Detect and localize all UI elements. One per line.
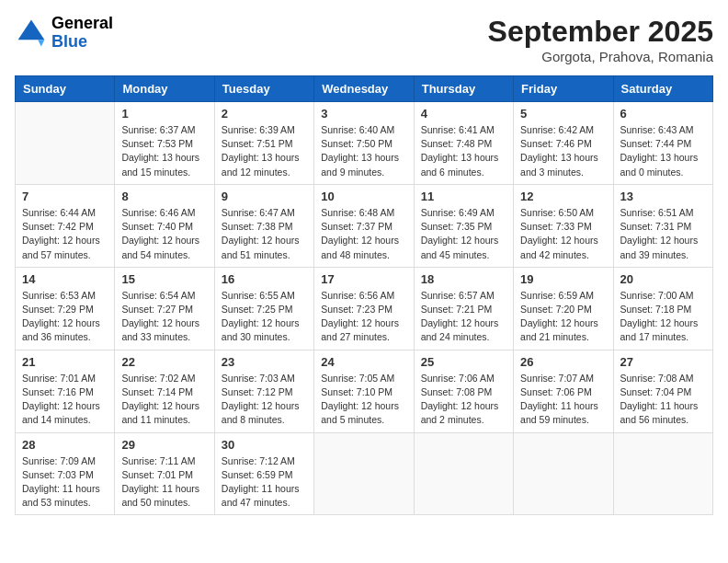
calendar-cell: 8Sunrise: 6:46 AM Sunset: 7:40 PM Daylig… [115, 184, 214, 267]
day-info: Sunrise: 6:49 AM Sunset: 7:35 PM Dayligh… [421, 206, 506, 262]
weekday-header-sunday: Sunday [16, 76, 115, 102]
calendar-table: SundayMondayTuesdayWednesdayThursdayFrid… [15, 75, 713, 515]
day-number: 11 [421, 190, 506, 203]
month-title: September 2025 [488, 15, 713, 49]
day-info: Sunrise: 6:44 AM Sunset: 7:42 PM Dayligh… [22, 206, 108, 262]
day-number: 9 [222, 190, 307, 203]
calendar-cell: 10Sunrise: 6:48 AM Sunset: 7:37 PM Dayli… [314, 184, 414, 267]
calendar-cell: 20Sunrise: 7:00 AM Sunset: 7:18 PM Dayli… [613, 267, 712, 350]
calendar-cell: 15Sunrise: 6:54 AM Sunset: 7:27 PM Dayli… [115, 267, 214, 350]
day-number: 17 [321, 272, 406, 286]
day-info: Sunrise: 6:43 AM Sunset: 7:44 PM Dayligh… [620, 123, 706, 179]
calendar-cell: 28Sunrise: 7:09 AM Sunset: 7:03 PM Dayli… [16, 432, 115, 515]
calendar-week-row: 28Sunrise: 7:09 AM Sunset: 7:03 PM Dayli… [16, 432, 713, 515]
weekday-header-monday: Monday [115, 76, 214, 102]
day-info: Sunrise: 6:37 AM Sunset: 7:53 PM Dayligh… [121, 123, 207, 179]
day-info: Sunrise: 6:54 AM Sunset: 7:27 PM Dayligh… [121, 289, 207, 345]
day-number: 12 [520, 190, 606, 203]
day-number: 24 [321, 355, 406, 369]
day-info: Sunrise: 6:40 AM Sunset: 7:50 PM Dayligh… [321, 123, 406, 179]
day-number: 5 [520, 107, 606, 121]
location: Gorgota, Prahova, Romania [488, 49, 713, 64]
day-number: 28 [22, 438, 108, 452]
calendar-cell: 6Sunrise: 6:43 AM Sunset: 7:44 PM Daylig… [613, 102, 712, 185]
day-info: Sunrise: 7:01 AM Sunset: 7:16 PM Dayligh… [22, 372, 108, 428]
day-number: 25 [421, 355, 506, 369]
day-info: Sunrise: 7:06 AM Sunset: 7:08 PM Dayligh… [421, 372, 506, 428]
day-number: 6 [620, 107, 706, 121]
calendar-cell: 5Sunrise: 6:42 AM Sunset: 7:46 PM Daylig… [514, 102, 613, 185]
day-info: Sunrise: 6:41 AM Sunset: 7:48 PM Dayligh… [421, 123, 506, 179]
logo-icon [15, 17, 48, 50]
svg-marker-0 [18, 19, 45, 40]
day-number: 27 [620, 355, 706, 369]
day-number: 21 [22, 355, 108, 369]
calendar-cell: 26Sunrise: 7:07 AM Sunset: 7:06 PM Dayli… [514, 350, 613, 432]
calendar-cell: 9Sunrise: 6:47 AM Sunset: 7:38 PM Daylig… [214, 184, 313, 267]
weekday-header-tuesday: Tuesday [214, 76, 313, 102]
day-number: 19 [520, 272, 606, 286]
calendar-week-row: 21Sunrise: 7:01 AM Sunset: 7:16 PM Dayli… [16, 350, 713, 432]
day-number: 4 [421, 107, 506, 121]
calendar-cell: 4Sunrise: 6:41 AM Sunset: 7:48 PM Daylig… [414, 102, 513, 185]
day-info: Sunrise: 7:12 AM Sunset: 6:59 PM Dayligh… [222, 454, 307, 511]
day-number: 1 [121, 107, 207, 121]
day-info: Sunrise: 7:03 AM Sunset: 7:12 PM Dayligh… [222, 372, 307, 428]
day-number: 29 [121, 438, 207, 452]
weekday-header-thursday: Thursday [414, 76, 513, 102]
day-number: 7 [22, 190, 108, 203]
day-info: Sunrise: 7:05 AM Sunset: 7:10 PM Dayligh… [321, 372, 406, 428]
calendar-cell: 14Sunrise: 6:53 AM Sunset: 7:29 PM Dayli… [16, 267, 115, 350]
day-info: Sunrise: 6:47 AM Sunset: 7:38 PM Dayligh… [222, 206, 307, 262]
calendar-cell: 25Sunrise: 7:06 AM Sunset: 7:08 PM Dayli… [414, 350, 513, 432]
calendar-week-row: 7Sunrise: 6:44 AM Sunset: 7:42 PM Daylig… [16, 184, 713, 267]
calendar-cell: 13Sunrise: 6:51 AM Sunset: 7:31 PM Dayli… [613, 184, 712, 267]
day-number: 14 [22, 272, 108, 286]
day-number: 30 [222, 438, 307, 452]
calendar-cell: 27Sunrise: 7:08 AM Sunset: 7:04 PM Dayli… [613, 350, 712, 432]
day-number: 10 [321, 190, 406, 203]
day-number: 8 [121, 190, 207, 203]
calendar-cell: 3Sunrise: 6:40 AM Sunset: 7:50 PM Daylig… [314, 102, 414, 185]
logo: General Blue [15, 15, 113, 52]
day-info: Sunrise: 7:11 AM Sunset: 7:01 PM Dayligh… [121, 454, 207, 511]
day-info: Sunrise: 6:46 AM Sunset: 7:40 PM Dayligh… [121, 206, 207, 262]
calendar-cell [16, 102, 115, 185]
day-number: 13 [620, 190, 706, 203]
day-number: 20 [620, 272, 706, 286]
calendar-cell [613, 432, 712, 515]
logo-blue: Blue [51, 33, 113, 52]
day-info: Sunrise: 7:09 AM Sunset: 7:03 PM Dayligh… [22, 454, 108, 511]
day-info: Sunrise: 6:51 AM Sunset: 7:31 PM Dayligh… [620, 206, 706, 262]
day-number: 2 [222, 107, 307, 121]
day-info: Sunrise: 6:53 AM Sunset: 7:29 PM Dayligh… [22, 289, 108, 345]
calendar-week-row: 1Sunrise: 6:37 AM Sunset: 7:53 PM Daylig… [16, 102, 713, 185]
calendar-cell: 7Sunrise: 6:44 AM Sunset: 7:42 PM Daylig… [16, 184, 115, 267]
calendar-cell: 29Sunrise: 7:11 AM Sunset: 7:01 PM Dayli… [115, 432, 214, 515]
day-number: 22 [121, 355, 207, 369]
calendar-cell: 22Sunrise: 7:02 AM Sunset: 7:14 PM Dayli… [115, 350, 214, 432]
weekday-header-friday: Friday [514, 76, 613, 102]
day-number: 15 [121, 272, 207, 286]
weekday-header-wednesday: Wednesday [314, 76, 414, 102]
day-info: Sunrise: 7:00 AM Sunset: 7:18 PM Dayligh… [620, 289, 706, 345]
calendar-cell: 19Sunrise: 6:59 AM Sunset: 7:20 PM Dayli… [514, 267, 613, 350]
calendar-cell [514, 432, 613, 515]
calendar-cell: 23Sunrise: 7:03 AM Sunset: 7:12 PM Dayli… [214, 350, 313, 432]
day-number: 26 [520, 355, 606, 369]
calendar-cell: 21Sunrise: 7:01 AM Sunset: 7:16 PM Dayli… [16, 350, 115, 432]
day-info: Sunrise: 7:08 AM Sunset: 7:04 PM Dayligh… [620, 372, 706, 428]
day-info: Sunrise: 7:07 AM Sunset: 7:06 PM Dayligh… [520, 372, 606, 428]
day-number: 16 [222, 272, 307, 286]
logo-general: General [51, 15, 113, 33]
svg-marker-1 [38, 40, 44, 46]
calendar-cell: 18Sunrise: 6:57 AM Sunset: 7:21 PM Dayli… [414, 267, 513, 350]
calendar-cell: 17Sunrise: 6:56 AM Sunset: 7:23 PM Dayli… [314, 267, 414, 350]
day-info: Sunrise: 6:48 AM Sunset: 7:37 PM Dayligh… [321, 206, 406, 262]
calendar-cell: 24Sunrise: 7:05 AM Sunset: 7:10 PM Dayli… [314, 350, 414, 432]
calendar-cell [414, 432, 513, 515]
calendar-cell: 16Sunrise: 6:55 AM Sunset: 7:25 PM Dayli… [214, 267, 313, 350]
day-number: 18 [421, 272, 506, 286]
calendar-header-row: SundayMondayTuesdayWednesdayThursdayFrid… [16, 76, 713, 102]
title-block: September 2025 Gorgota, Prahova, Romania [488, 15, 713, 64]
